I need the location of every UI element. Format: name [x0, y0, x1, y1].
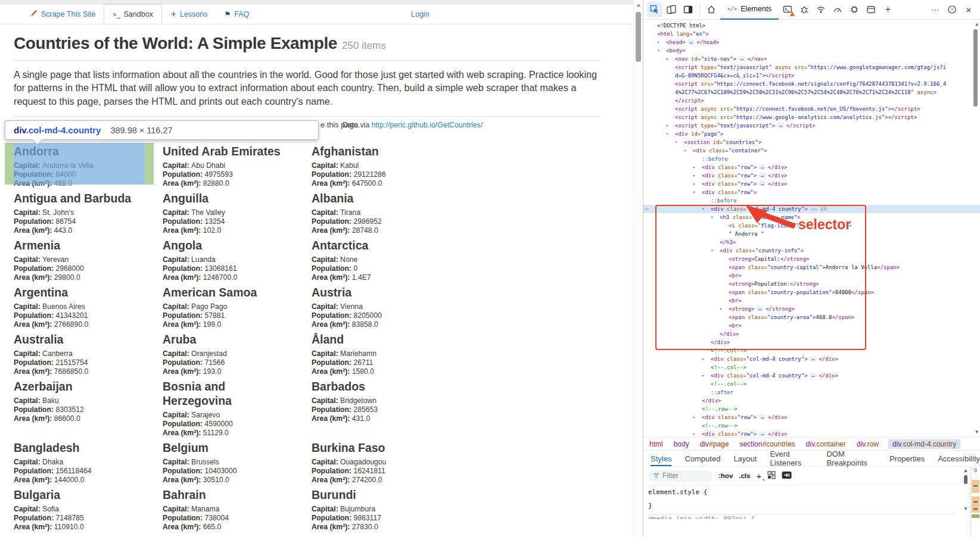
node-menu-icon[interactable]: ⋯: [645, 205, 648, 213]
breadcrumb-item[interactable]: html: [648, 439, 664, 449]
dom-node[interactable]: </div>: [643, 330, 980, 338]
expand-ellipsis-icon[interactable]: …: [687, 39, 695, 45]
device-toolbar-icon[interactable]: [664, 2, 679, 17]
chevron-right-icon[interactable]: ▸: [693, 180, 695, 188]
chevron-down-icon[interactable]: ▾: [693, 188, 695, 196]
storage-icon[interactable]: [863, 2, 879, 17]
dom-node[interactable]: ▾<div id="page">: [643, 130, 980, 138]
dom-node[interactable]: ::before: [643, 196, 980, 205]
help-icon[interactable]: ?: [944, 2, 960, 17]
chevron-down-icon[interactable]: ▾: [702, 205, 704, 213]
dom-node[interactable]: </div>: [643, 338, 980, 346]
dom-node[interactable]: ::after: [643, 388, 980, 396]
inspect-icon[interactable]: [647, 2, 662, 17]
page-scrollbar[interactable]: ▲: [633, 0, 643, 537]
dom-node[interactable]: </script>: [643, 96, 980, 105]
scrollbar-thumb[interactable]: [964, 475, 967, 484]
dom-node[interactable]: <script async src="https://connect.faceb…: [643, 105, 980, 113]
expand-ellipsis-icon[interactable]: …: [777, 123, 785, 128]
chevron-down-icon[interactable]: ▾: [657, 46, 659, 55]
dom-node[interactable]: ▸<div class="row">…</div>: [643, 430, 980, 437]
dom-node[interactable]: <!DOCTYPE html>: [643, 21, 980, 30]
breadcrumb-item[interactable]: div.col-md-4.country: [888, 439, 960, 449]
expand-ellipsis-icon[interactable]: …: [758, 431, 766, 436]
performance-icon[interactable]: [830, 2, 845, 17]
dom-node[interactable]: <br>: [643, 271, 980, 280]
dom-node[interactable]: <script async src="https://www.google-an…: [643, 113, 980, 121]
console-warning-icon[interactable]: [780, 2, 795, 17]
dom-node[interactable]: <!--.col-->: [643, 346, 980, 355]
dom-node[interactable]: <!--.col-->: [643, 380, 980, 388]
dom-node[interactable]: <html lang="en">: [643, 30, 980, 38]
dom-node[interactable]: ▾<div class="row">: [643, 188, 980, 196]
nav-item-scrape-this-site[interactable]: Scrape This Site: [21, 4, 104, 24]
tab-accessibility[interactable]: Accessibility: [938, 451, 980, 466]
chevron-right-icon[interactable]: ▸: [666, 55, 668, 63]
dom-node[interactable]: <br>: [643, 321, 980, 330]
filter-pill[interactable]: [648, 470, 713, 482]
dom-node[interactable]: </div>: [643, 396, 980, 405]
dom-node[interactable]: <i class="flag-icon flag-icon-ad"></i>: [643, 221, 980, 230]
toggle-class-button[interactable]: .cls: [739, 472, 750, 479]
chevron-down-icon[interactable]: ▾: [666, 130, 668, 138]
breadcrumb-item[interactable]: body: [673, 439, 690, 449]
dom-node[interactable]: ▾<body>: [643, 46, 980, 55]
tab-elements[interactable]: </> Elements: [720, 0, 779, 20]
dom-node[interactable]: </h3>: [643, 238, 980, 246]
debug-icon[interactable]: [797, 2, 812, 17]
chevron-right-icon[interactable]: ▸: [693, 430, 695, 437]
dom-node[interactable]: ▸<script type="text/javascript">…</scrip…: [643, 121, 980, 130]
dom-node[interactable]: <!--.col-->: [643, 363, 980, 371]
expand-ellipsis-icon[interactable]: …: [810, 356, 817, 361]
computed-sidebar-toggle-icon[interactable]: [782, 471, 792, 480]
dom-node[interactable]: ▸<nav id="site-nav">…</nav>: [643, 55, 980, 63]
dom-node[interactable]: <!--.row-->: [643, 422, 980, 430]
dom-node[interactable]: " Andorra ": [643, 230, 980, 238]
dom-node[interactable]: ▾<section id="countries">: [643, 138, 980, 146]
expand-ellipsis-icon[interactable]: …: [758, 181, 766, 186]
breadcrumb-item[interactable]: div.container: [805, 439, 847, 449]
chevron-right-icon[interactable]: ▸: [666, 121, 668, 130]
expand-ellipsis-icon[interactable]: …: [758, 164, 766, 170]
element-style-rule[interactable]: element.style {: [648, 488, 956, 497]
tab-styles[interactable]: Styles: [651, 451, 671, 466]
login-link[interactable]: Login: [411, 4, 430, 24]
scroll-down-icon[interactable]: ▼: [963, 506, 968, 511]
nav-item-lessons[interactable]: ✈Lessons: [162, 4, 216, 24]
paint-flashing-icon[interactable]: [767, 471, 776, 480]
chevron-down-icon[interactable]: ▾: [711, 213, 713, 221]
tab-properties[interactable]: Properties: [889, 451, 925, 466]
panel-layout-icon[interactable]: [680, 2, 696, 17]
nav-item-faq[interactable]: ⚑FAQ: [216, 4, 258, 24]
styles-scrollbar[interactable]: ▲ ▼: [962, 467, 970, 537]
expand-ellipsis-icon[interactable]: …: [738, 56, 746, 61]
dom-node[interactable]: ▸<div class="row">…</div>: [643, 163, 980, 171]
dom-node[interactable]: ▾<div class="country-info">: [643, 246, 980, 255]
breadcrumb-item[interactable]: div.row: [855, 439, 880, 449]
dom-node-selected[interactable]: ▾⋯<div class="col-md-4 country"> == $0: [643, 205, 980, 213]
dom-node[interactable]: <span class="country-area">468.0</span>: [643, 313, 980, 321]
tab-layout[interactable]: Layout: [733, 451, 757, 466]
chevron-right-icon[interactable]: ▸: [693, 413, 695, 422]
chevron-down-icon[interactable]: ▾: [675, 138, 677, 146]
network-conditions-icon[interactable]: [813, 2, 829, 17]
tab-computed[interactable]: Computed: [685, 451, 720, 466]
toggle-hover-button[interactable]: :hov: [718, 472, 733, 479]
chevron-down-icon[interactable]: ▾: [684, 146, 686, 155]
dom-node[interactable]: d=G-09N5RQCFG4&cx=c&_slc=1"></script>: [643, 71, 980, 80]
chevron-down-icon[interactable]: ▾: [711, 246, 713, 255]
chevron-right-icon[interactable]: ▸: [720, 305, 722, 313]
dom-node[interactable]: ▸<div class="row">…</div>: [643, 171, 980, 180]
memory-icon[interactable]: [847, 2, 862, 17]
dom-node[interactable]: 4%2C77%2C67%2C109%2C59%2C58%2C31%2C96%2C…: [643, 88, 980, 96]
dom-node[interactable]: <script type="text/javascript" async src…: [643, 63, 980, 71]
dom-node[interactable]: <!--.row-->: [643, 405, 980, 413]
nav-item-sandbox[interactable]: >_Sandbox: [104, 4, 161, 24]
dom-node[interactable]: <strong>Population:</strong>: [643, 280, 980, 288]
expand-ellipsis-icon[interactable]: …: [758, 173, 766, 178]
dom-node[interactable]: ▸<head>…</head>: [643, 38, 980, 46]
chevron-right-icon[interactable]: ▸: [702, 355, 704, 363]
dom-node[interactable]: ▾<div class="container">: [643, 146, 980, 155]
dom-node[interactable]: <script src="https://connect.facebook.ne…: [643, 80, 980, 88]
close-icon[interactable]: ×: [961, 2, 976, 17]
